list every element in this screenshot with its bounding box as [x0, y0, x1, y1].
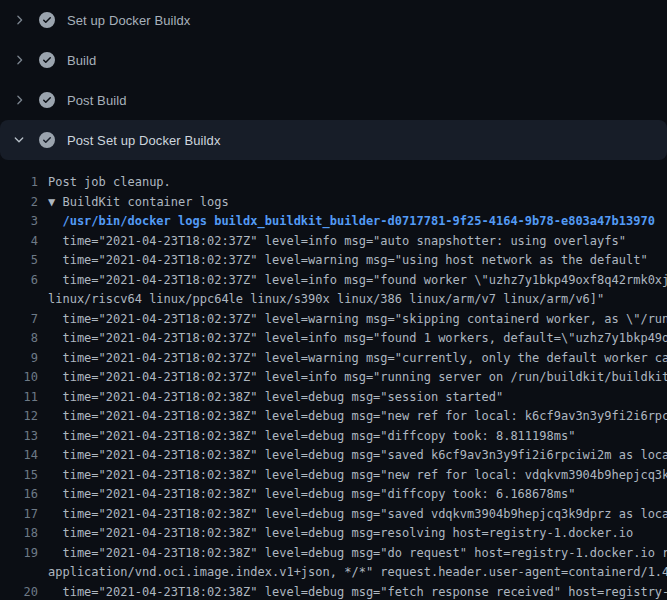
- log-text: time="2021-04-23T18:02:37Z" level=info m…: [48, 329, 667, 349]
- log-line-number[interactable]: 7: [0, 310, 38, 330]
- log-text: time="2021-04-23T18:02:38Z" level=debug …: [48, 505, 667, 525]
- log-line-3: 3 /usr/bin/docker logs buildx_buildkit_b…: [0, 212, 667, 232]
- log-line-14: 14 time="2021-04-23T18:02:38Z" level=deb…: [0, 446, 667, 466]
- step-header-set-up-docker-buildx[interactable]: Set up Docker Buildx: [0, 0, 667, 40]
- log-line-wrap: application/vnd.oci.image.index.v1+json,…: [0, 563, 667, 583]
- check-circle-icon: [39, 92, 55, 108]
- log-text: time="2021-04-23T18:02:38Z" level=debug …: [48, 446, 667, 466]
- log-text: time="2021-04-23T18:02:38Z" level=debug …: [48, 583, 667, 600]
- log-line-18: 18 time="2021-04-23T18:02:38Z" level=deb…: [0, 524, 667, 544]
- step-title: Set up Docker Buildx: [67, 13, 190, 28]
- log-line-13: 13 time="2021-04-23T18:02:38Z" level=deb…: [0, 427, 667, 447]
- log-text: time="2021-04-23T18:02:38Z" level=debug …: [48, 485, 575, 505]
- log-line-number[interactable]: 19: [0, 544, 38, 564]
- log-line-number[interactable]: 20: [0, 583, 38, 600]
- log-text: time="2021-04-23T18:02:37Z" level=info m…: [48, 368, 667, 388]
- log-line-number[interactable]: 4: [0, 232, 38, 252]
- log-line-1: 1Post job cleanup.: [0, 173, 667, 193]
- log-command-text: /usr/bin/docker logs buildx_buildkit_bui…: [48, 212, 655, 232]
- log-line-number[interactable]: 6: [0, 271, 38, 291]
- log-line-number[interactable]: 12: [0, 407, 38, 427]
- step-title: Post Build: [67, 93, 127, 108]
- log-line-number: [0, 563, 38, 583]
- step-header-build[interactable]: Build: [0, 40, 667, 80]
- log-line-number[interactable]: 14: [0, 446, 38, 466]
- log-line-number[interactable]: 13: [0, 427, 38, 447]
- log-line-8: 8 time="2021-04-23T18:02:37Z" level=info…: [0, 329, 667, 349]
- log-text: time="2021-04-23T18:02:37Z" level=warnin…: [48, 251, 648, 271]
- log-group-header[interactable]: ▼ BuildKit container logs: [48, 193, 229, 213]
- log-text: time="2021-04-23T18:02:38Z" level=debug …: [48, 544, 667, 564]
- chevron-right-icon: [12, 93, 26, 107]
- log-line-7: 7 time="2021-04-23T18:02:37Z" level=warn…: [0, 310, 667, 330]
- step-header-post-set-up-docker-buildx[interactable]: Post Set up Docker Buildx: [0, 120, 667, 160]
- check-circle-icon: [39, 52, 55, 68]
- log-line-16: 16 time="2021-04-23T18:02:38Z" level=deb…: [0, 485, 667, 505]
- log-line-4: 4 time="2021-04-23T18:02:37Z" level=info…: [0, 232, 667, 252]
- check-circle-icon: [39, 132, 55, 148]
- step-title: Post Set up Docker Buildx: [67, 133, 221, 148]
- log-text: time="2021-04-23T18:02:37Z" level=warnin…: [48, 310, 667, 330]
- log-line-2: 2▼ BuildKit container logs: [0, 193, 667, 213]
- log-line-9: 9 time="2021-04-23T18:02:37Z" level=warn…: [0, 349, 667, 369]
- chevron-right-icon: [12, 13, 26, 27]
- log-line-number[interactable]: 5: [0, 251, 38, 271]
- log-viewer: 1Post job cleanup.2▼ BuildKit container …: [0, 160, 667, 600]
- log-line-number[interactable]: 17: [0, 505, 38, 525]
- step-header-post-build[interactable]: Post Build: [0, 80, 667, 120]
- log-group-toggle-icon[interactable]: ▼: [48, 193, 55, 213]
- log-line-12: 12 time="2021-04-23T18:02:38Z" level=deb…: [0, 407, 667, 427]
- log-line-wrap: linux/riscv64 linux/ppc64le linux/s390x …: [0, 290, 667, 310]
- log-line-number: [0, 290, 38, 310]
- log-line-19: 19 time="2021-04-23T18:02:38Z" level=deb…: [0, 544, 667, 564]
- log-line-number[interactable]: 10: [0, 368, 38, 388]
- log-line-number[interactable]: 8: [0, 329, 38, 349]
- log-text: time="2021-04-23T18:02:37Z" level=warnin…: [48, 349, 667, 369]
- steps-list: Set up Docker BuildxBuildPost BuildPost …: [0, 0, 667, 160]
- log-line-number[interactable]: 15: [0, 466, 38, 486]
- log-text: time="2021-04-23T18:02:38Z" level=debug …: [48, 407, 667, 427]
- log-text: application/vnd.oci.image.index.v1+json,…: [48, 563, 667, 583]
- log-text: Post job cleanup.: [48, 173, 171, 193]
- log-text: time="2021-04-23T18:02:38Z" level=debug …: [48, 427, 575, 447]
- log-line-number[interactable]: 9: [0, 349, 38, 369]
- log-line-15: 15 time="2021-04-23T18:02:38Z" level=deb…: [0, 466, 667, 486]
- log-line-number[interactable]: 18: [0, 524, 38, 544]
- log-line-20: 20 time="2021-04-23T18:02:38Z" level=deb…: [0, 583, 667, 600]
- log-text: time="2021-04-23T18:02:38Z" level=debug …: [48, 524, 633, 544]
- log-line-number[interactable]: 11: [0, 388, 38, 408]
- step-title: Build: [67, 53, 96, 68]
- log-text: time="2021-04-23T18:02:37Z" level=info m…: [48, 271, 667, 291]
- log-text: time="2021-04-23T18:02:38Z" level=debug …: [48, 466, 667, 486]
- log-line-number[interactable]: 2: [0, 193, 38, 213]
- log-group-title: BuildKit container logs: [55, 193, 228, 213]
- log-line-10: 10 time="2021-04-23T18:02:37Z" level=inf…: [0, 368, 667, 388]
- log-line-11: 11 time="2021-04-23T18:02:38Z" level=deb…: [0, 388, 667, 408]
- log-text: time="2021-04-23T18:02:37Z" level=info m…: [48, 232, 626, 252]
- log-line-number[interactable]: 1: [0, 173, 38, 193]
- log-line-6: 6 time="2021-04-23T18:02:37Z" level=info…: [0, 271, 667, 291]
- log-line-number[interactable]: 16: [0, 485, 38, 505]
- log-line-number[interactable]: 3: [0, 212, 38, 232]
- chevron-down-icon: [12, 133, 26, 147]
- check-circle-icon: [39, 12, 55, 28]
- log-line-17: 17 time="2021-04-23T18:02:38Z" level=deb…: [0, 505, 667, 525]
- chevron-right-icon: [12, 53, 26, 67]
- log-text: linux/riscv64 linux/ppc64le linux/s390x …: [48, 290, 604, 310]
- log-text: time="2021-04-23T18:02:38Z" level=debug …: [48, 388, 503, 408]
- log-line-5: 5 time="2021-04-23T18:02:37Z" level=warn…: [0, 251, 667, 271]
